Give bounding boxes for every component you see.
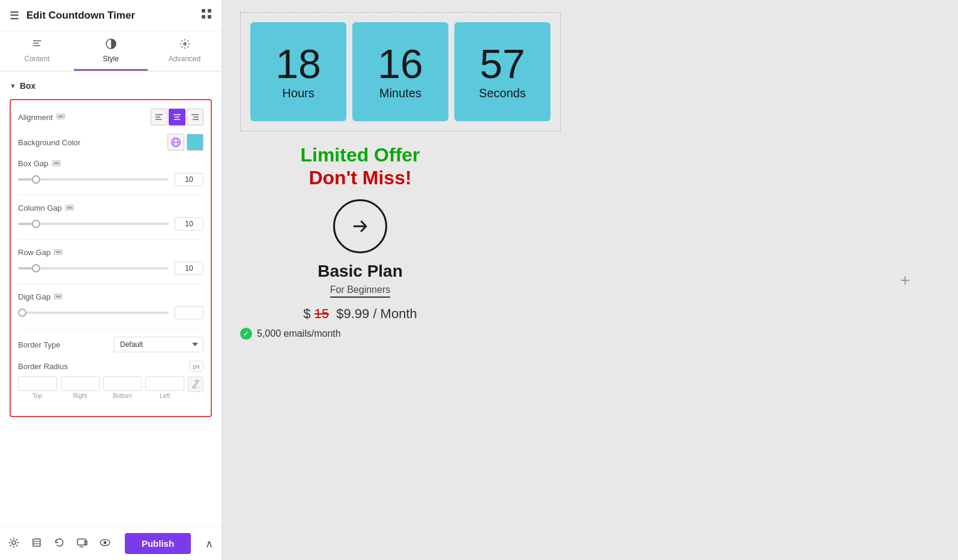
row-gap-slider[interactable]	[18, 267, 169, 269]
svg-rect-23	[67, 206, 72, 209]
alignment-responsive-icon	[56, 113, 65, 121]
expand-icon[interactable]: ∧	[205, 537, 213, 550]
align-right-button[interactable]	[187, 109, 203, 125]
alignment-row: Alignment	[18, 109, 203, 125]
row-gap-input[interactable]: 10	[175, 262, 203, 275]
countdown-seconds-label: Seconds	[479, 86, 526, 100]
dont-miss-text: Don't Miss!	[240, 166, 480, 189]
countdown-box-minutes: 16 Minutes	[352, 22, 448, 121]
grid-icon[interactable]	[201, 8, 212, 22]
settings-icon[interactable]	[8, 537, 19, 550]
border-type-row: Border Type Default None Solid Dashed Do…	[18, 337, 203, 352]
svg-rect-21	[54, 162, 59, 164]
border-radius-right-label: Right	[73, 393, 86, 399]
advanced-icon	[179, 38, 190, 52]
box-gap-input[interactable]: 10	[175, 173, 203, 186]
add-section-icon[interactable]: +	[900, 271, 910, 290]
tab-style[interactable]: Style	[74, 31, 148, 71]
box-section-heading: ▼ Box	[10, 81, 212, 91]
column-gap-row: Column Gap 10	[18, 203, 203, 230]
background-color-label: Background Color	[18, 138, 80, 147]
preview-icon[interactable]	[100, 537, 110, 550]
panel-header-left: ☰ Edit Countdown Timer	[10, 9, 135, 22]
canvas-content: Limited Offer Don't Miss! Basic Plan For…	[240, 143, 480, 340]
emails-text: 5,000 emails/month	[257, 328, 341, 339]
svg-point-29	[12, 541, 16, 544]
row-gap-label: Row Gap	[18, 248, 50, 257]
publish-button[interactable]: Publish	[125, 533, 191, 554]
style-icon	[106, 38, 116, 52]
box-gap-slider[interactable]	[18, 178, 169, 181]
countdown-hours-number: 18	[276, 43, 321, 84]
svg-point-37	[104, 541, 107, 544]
panel-header: ☰ Edit Countdown Timer	[0, 0, 221, 31]
border-radius-right-wrap: Right	[61, 376, 100, 399]
countdown-box-seconds: 57 Seconds	[454, 22, 550, 121]
hamburger-icon[interactable]: ☰	[10, 9, 19, 22]
column-gap-input[interactable]: 10	[175, 217, 203, 230]
border-radius-link-button[interactable]	[188, 376, 203, 392]
align-center-button[interactable]	[169, 109, 185, 125]
responsive-icon[interactable]	[77, 537, 88, 550]
box-gap-label: Box Gap	[18, 159, 49, 168]
digit-gap-slider[interactable]	[18, 312, 169, 314]
section-collapse-arrow[interactable]: ▼	[10, 82, 16, 89]
column-gap-slider[interactable]	[18, 223, 169, 225]
new-price: $9.99 / Month	[336, 306, 417, 321]
tab-content-label: Content	[24, 55, 49, 63]
svg-rect-2	[202, 15, 205, 19]
row-gap-row: Row Gap 10	[18, 248, 203, 275]
border-radius-top-wrap: Top	[18, 376, 57, 399]
left-panel: ☰ Edit Countdown Timer Content	[0, 0, 222, 560]
countdown-seconds-number: 57	[480, 43, 525, 84]
panel-title: Edit Countdown Timer	[26, 10, 135, 22]
price-row: $ 15 $9.99 / Month	[240, 306, 480, 322]
tab-advanced[interactable]: Advanced	[148, 31, 221, 71]
border-radius-row: Border Radius px Top Right Bottom	[18, 361, 203, 399]
color-swatch[interactable]	[187, 134, 203, 151]
countdown-box-hours: 18 Hours	[250, 22, 346, 121]
panel-tabs: Content Style Advanced	[0, 31, 221, 71]
arrow-circle-icon[interactable]	[333, 199, 387, 253]
svg-rect-3	[208, 15, 211, 19]
svg-rect-27	[56, 295, 61, 298]
border-type-label: Border Type	[18, 340, 61, 349]
digit-gap-label: Digit Gap	[18, 292, 50, 301]
old-price: 15	[315, 306, 329, 321]
global-color-button[interactable]	[167, 134, 184, 151]
box-section: Alignment	[10, 99, 212, 417]
countdown-minutes-label: Minutes	[379, 86, 421, 100]
countdown-grid: 18 Hours 16 Minutes 57 Seconds	[250, 22, 550, 121]
tab-style-label: Style	[103, 55, 119, 63]
digit-gap-input[interactable]	[175, 306, 203, 319]
border-radius-bottom-input[interactable]	[103, 376, 142, 391]
align-left-button[interactable]	[151, 109, 167, 125]
border-radius-right-input[interactable]	[61, 376, 100, 391]
countdown-minutes-number: 16	[378, 43, 423, 84]
plan-title: Basic Plan	[240, 262, 480, 281]
border-type-select[interactable]: Default None Solid Dashed Dotted Double	[113, 337, 203, 352]
border-radius-top-input[interactable]	[18, 376, 57, 391]
bottom-icons	[8, 537, 110, 550]
box-section-title: Box	[20, 81, 35, 91]
border-radius-left-input[interactable]	[145, 376, 184, 391]
digit-gap-responsive-icon	[54, 294, 62, 301]
layers-icon[interactable]	[31, 537, 42, 550]
history-icon[interactable]	[54, 537, 65, 550]
countdown-hours-label: Hours	[282, 86, 314, 100]
svg-rect-7	[58, 115, 63, 118]
tab-advanced-label: Advanced	[169, 55, 200, 63]
border-radius-bottom-label: Bottom	[113, 393, 132, 399]
background-color-controls	[167, 134, 203, 151]
column-gap-responsive-icon	[65, 205, 74, 212]
content-icon	[32, 38, 43, 52]
border-radius-unit[interactable]: px	[189, 361, 203, 372]
alignment-buttons	[151, 109, 203, 125]
svg-rect-30	[33, 539, 40, 546]
border-radius-inputs: Top Right Bottom Left	[18, 376, 203, 399]
alignment-label: Alignment	[18, 113, 65, 122]
countdown-widget: 18 Hours 16 Minutes 57 Seconds	[240, 12, 561, 131]
tab-content[interactable]: Content	[0, 31, 74, 71]
right-canvas: 18 Hours 16 Minutes 57 Seconds Limited O…	[222, 0, 958, 560]
svg-rect-1	[208, 9, 211, 13]
